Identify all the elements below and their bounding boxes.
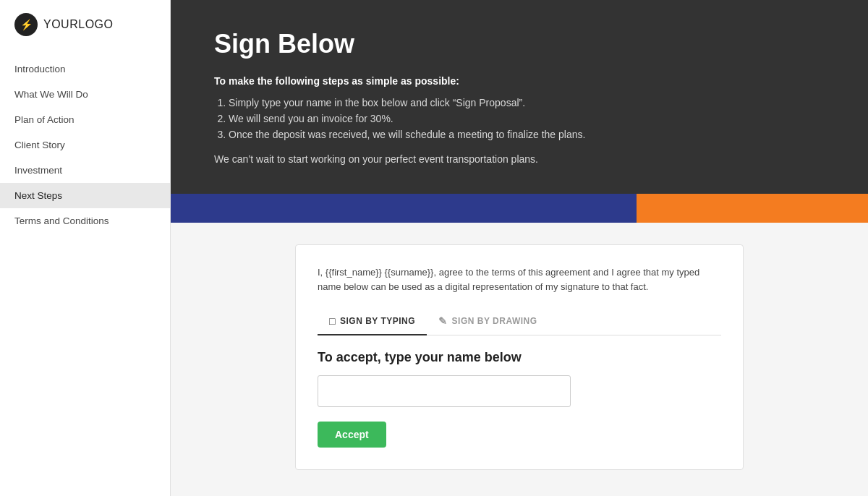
book-icon: □ [329, 315, 336, 327]
sidebar-nav: IntroductionWhat We Will DoPlan of Actio… [0, 49, 170, 241]
sign-tabs: □ SIGN BY TYPING ✎ SIGN BY DRAWING [318, 309, 721, 335]
page-title: Sign Below [214, 29, 825, 59]
tab-typing-label: SIGN BY TYPING [340, 316, 415, 326]
sidebar-item-client-story[interactable]: Client Story [0, 132, 170, 158]
logo-area: ⚡ YOURLOGO [0, 0, 170, 49]
sign-section: I, {{first_name}} {{surname}}, agree to … [171, 223, 868, 496]
sign-type-label: To accept, type your name below [318, 350, 721, 365]
sidebar-item-introduction[interactable]: Introduction [0, 56, 170, 82]
deco-orange [637, 194, 868, 223]
hero-step: Simply type your name in the box below a… [229, 97, 825, 108]
hero-steps: Simply type your name in the box below a… [229, 97, 825, 140]
deco-blue [171, 194, 637, 223]
hero-section: Sign Below To make the following steps a… [171, 0, 868, 194]
tab-sign-typing[interactable]: □ SIGN BY TYPING [318, 309, 427, 335]
deco-bar [171, 194, 868, 223]
sidebar-item-what-we-will-do[interactable]: What We Will Do [0, 82, 170, 107]
hero-step: Once the deposit was received, we will s… [229, 129, 825, 140]
sign-card: I, {{first_name}} {{surname}}, agree to … [295, 244, 744, 470]
logo-text: YOURLOGO [43, 18, 113, 31]
hero-step: We will send you an invoice for 30%. [229, 113, 825, 124]
sidebar-item-plan-of-action[interactable]: Plan of Action [0, 107, 170, 132]
hero-footer: We can’t wait to start working on your p… [214, 153, 825, 165]
sidebar-item-terms-and-conditions[interactable]: Terms and Conditions [0, 208, 170, 234]
tab-drawing-label: SIGN BY DRAWING [452, 316, 537, 326]
main-content: Sign Below To make the following steps a… [171, 0, 868, 496]
sign-agreement-text: I, {{first_name}} {{surname}}, agree to … [318, 265, 721, 294]
name-input[interactable] [318, 375, 571, 407]
tab-sign-drawing[interactable]: ✎ SIGN BY DRAWING [427, 309, 548, 335]
sidebar-item-next-steps[interactable]: Next Steps [0, 183, 170, 208]
hero-intro: To make the following steps as simple as… [214, 75, 825, 87]
accept-button[interactable]: Accept [318, 422, 386, 448]
sidebar-item-investment[interactable]: Investment [0, 158, 170, 183]
sidebar: ⚡ YOURLOGO IntroductionWhat We Will DoPl… [0, 0, 171, 496]
pen-icon: ✎ [438, 315, 448, 327]
logo-icon: ⚡ [14, 13, 38, 36]
